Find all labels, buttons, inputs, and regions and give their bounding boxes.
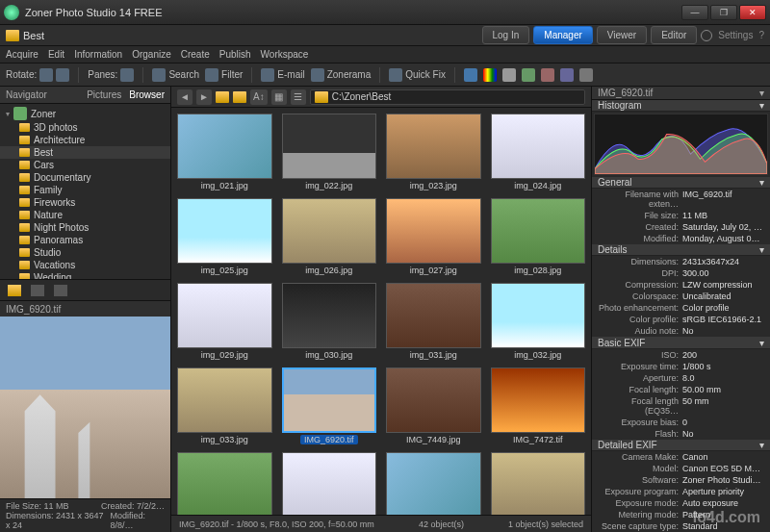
thumbnail-grid[interactable]: img_021.jpgimg_022.jpgimg_023.jpgimg_024… — [171, 108, 591, 515]
thumbnail[interactable]: IMG_7449.jpg — [386, 367, 481, 444]
tool-icon-3[interactable] — [502, 68, 516, 82]
tree-item-fireworks[interactable]: Fireworks — [0, 196, 170, 209]
tree-item-cars[interactable]: Cars — [0, 159, 170, 171]
tree-item-architecture[interactable]: Architecture — [0, 134, 170, 146]
navigator-header: Navigator Pictures Browser — [0, 87, 170, 104]
filter-icon[interactable] — [205, 68, 218, 82]
menu-acquire[interactable]: Acquire — [6, 49, 38, 60]
thumbnail[interactable]: img_021.jpg — [177, 114, 272, 190]
folder-icon — [19, 148, 30, 157]
folder-icon — [19, 123, 30, 132]
nav-icon-folder[interactable] — [8, 285, 21, 296]
menu-workspace[interactable]: Workspace — [261, 49, 309, 60]
folder-open-icon[interactable] — [216, 91, 229, 103]
tree-item-family[interactable]: Family — [0, 184, 170, 196]
thumbnail[interactable]: img_026.jpg — [282, 198, 377, 275]
thumbnail[interactable]: img_023.jpg — [386, 114, 481, 190]
tool-icon-2[interactable] — [483, 68, 497, 82]
email-icon[interactable] — [261, 68, 274, 82]
preview-title: IMG_6920.tif — [0, 301, 170, 317]
mode-viewer[interactable]: Viewer — [597, 26, 647, 44]
thumbnail[interactable]: img_022.jpg — [282, 114, 377, 190]
settings-label[interactable]: Settings — [718, 30, 753, 40]
search-label[interactable]: Search — [168, 69, 199, 80]
mode-editor[interactable]: Editor — [651, 26, 697, 44]
menu-information[interactable]: Information — [74, 49, 122, 60]
maximize-button[interactable]: ❐ — [710, 5, 737, 20]
filter-label[interactable]: Filter — [221, 69, 243, 80]
tool-icon-7[interactable] — [579, 68, 593, 82]
histogram-header[interactable]: Histogram▾ — [592, 100, 770, 112]
thumbnail[interactable]: img_028.jpg — [491, 198, 586, 275]
tree-item-vacations[interactable]: Vacations — [0, 259, 170, 271]
navigator-bottom-icons — [0, 279, 170, 300]
chevron-down-icon[interactable]: ▾ — [759, 88, 764, 98]
search-icon[interactable] — [152, 68, 166, 82]
view-list-button[interactable]: ☰ — [291, 89, 306, 105]
prop-row: Color profile:sRGB IEC61966-2.1 — [592, 314, 770, 325]
tree-item-3d-photos[interactable]: 3D photos — [0, 121, 170, 134]
tab-pictures[interactable]: Pictures — [87, 89, 121, 100]
rotate-left-icon[interactable] — [39, 68, 53, 82]
tree-root[interactable]: ▾Zoner — [0, 106, 170, 121]
thumbnail[interactable]: img_024.jpg — [491, 114, 586, 190]
thumbnail[interactable]: img_035.jpg — [282, 452, 377, 515]
thumbnail[interactable]: IMG_6920.tif — [282, 367, 377, 444]
mode-manager[interactable]: Manager — [533, 26, 592, 44]
login-button[interactable]: Log In — [482, 26, 530, 44]
menu-publish[interactable]: Publish — [219, 49, 251, 60]
tree-item-nature[interactable]: Nature — [0, 209, 170, 221]
tree-item-night-photos[interactable]: Night Photos — [0, 221, 170, 234]
tree-item-studio[interactable]: Studio — [0, 246, 170, 259]
basic-exif-header[interactable]: Basic EXIF▾ — [592, 337, 770, 348]
address-field[interactable]: C:\Zoner\Best — [310, 89, 585, 105]
prop-row: Dimensions:2431x3647x24 — [592, 256, 770, 267]
tree-item-best[interactable]: Best — [0, 146, 170, 159]
preview-image[interactable] — [0, 317, 170, 498]
rotate-right-icon[interactable] — [56, 68, 69, 82]
zonerama-icon[interactable] — [311, 68, 324, 82]
email-label[interactable]: E-mail — [277, 69, 304, 80]
tree-item-wedding[interactable]: Wedding — [0, 271, 170, 279]
panes-icon[interactable] — [120, 68, 134, 82]
thumbnail[interactable]: img_031.jpg — [386, 283, 481, 360]
menu-edit[interactable]: Edit — [48, 49, 64, 60]
menu-create[interactable]: Create — [181, 49, 210, 60]
tab-browser[interactable]: Browser — [129, 89, 165, 100]
thumbnail[interactable]: img_030.jpg — [282, 283, 377, 360]
tree-item-panoramas[interactable]: Panoramas — [0, 234, 170, 246]
tool-icon-5[interactable] — [541, 68, 554, 82]
general-header[interactable]: General▾ — [592, 177, 770, 189]
details-header[interactable]: Details▾ — [592, 244, 770, 256]
view-grid-button[interactable]: ▦ — [271, 89, 287, 105]
tool-icon-4[interactable] — [522, 68, 535, 82]
close-button[interactable]: ✕ — [739, 5, 766, 20]
nav-icon-camera[interactable] — [31, 285, 44, 296]
zonerama-label[interactable]: Zonerama — [327, 69, 372, 80]
quickfix-label[interactable]: Quick Fix — [405, 69, 446, 80]
minimize-button[interactable]: — — [681, 5, 708, 20]
menu-organize[interactable]: Organize — [132, 49, 171, 60]
tree-item-documentary[interactable]: Documentary — [0, 171, 170, 184]
thumbnail[interactable]: img_036.jpg — [386, 452, 481, 515]
folder-new-icon[interactable] — [233, 91, 246, 103]
thumbnail[interactable]: IMG_7472.tif — [491, 367, 586, 444]
detailed-exif-header[interactable]: Detailed EXIF▾ — [592, 440, 770, 451]
gear-icon[interactable] — [701, 30, 712, 41]
thumbnail[interactable]: img_032.jpg — [491, 283, 586, 360]
help-icon[interactable]: ? — [758, 30, 764, 40]
thumbnail[interactable]: img_029.jpg — [177, 283, 272, 360]
thumbnail[interactable]: img_033.jpg — [177, 367, 272, 444]
thumbnail[interactable]: img_037.jpg — [491, 452, 586, 515]
thumbnail[interactable]: img_025.jpg — [177, 198, 272, 275]
nav-back-button[interactable]: ◄ — [177, 89, 192, 105]
quickfix-icon[interactable] — [389, 68, 402, 82]
sort-button[interactable]: A↕ — [250, 89, 268, 105]
thumbnail[interactable]: img_034.jpg — [177, 452, 272, 515]
tool-icon-1[interactable] — [464, 68, 477, 82]
path-bar: Best Log In Manager Viewer Editor Settin… — [0, 25, 770, 46]
nav-icon-other[interactable] — [54, 285, 67, 296]
nav-forward-button[interactable]: ► — [196, 89, 212, 105]
thumbnail[interactable]: img_027.jpg — [386, 198, 481, 275]
tool-icon-6[interactable] — [560, 68, 574, 82]
